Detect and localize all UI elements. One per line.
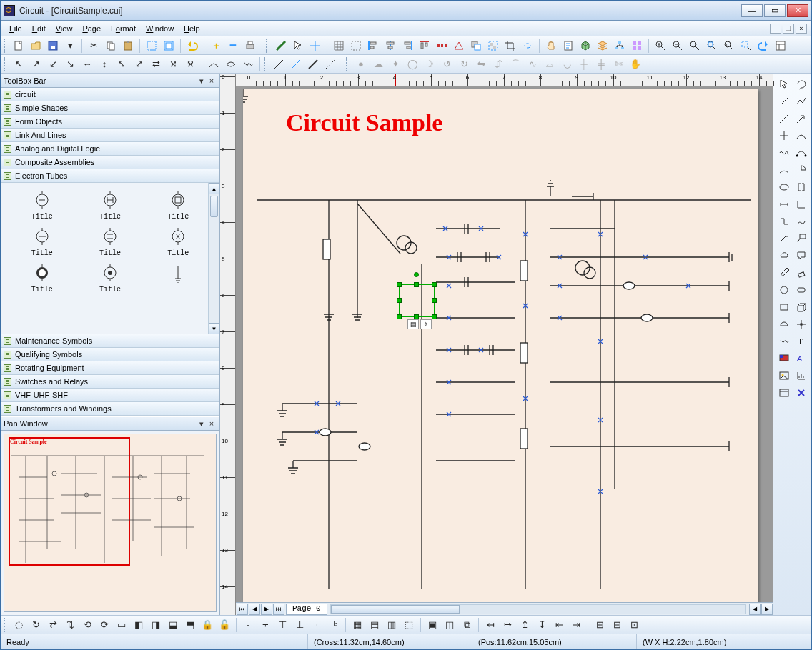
bottom-tool[interactable]: ↧	[534, 617, 550, 633]
scissors[interactable]: ✄	[610, 56, 626, 72]
align-left-button[interactable]	[365, 38, 381, 54]
mdi-minimize[interactable]: –	[770, 24, 781, 34]
layers-button[interactable]	[468, 38, 484, 54]
toolbar-grip[interactable]	[4, 618, 8, 632]
tool-font[interactable]: A	[793, 351, 809, 366]
arc1[interactable]: ⌒	[508, 56, 523, 72]
bottom-tool[interactable]: ▥	[384, 617, 400, 633]
bottom-tool[interactable]: ⇄	[45, 617, 61, 633]
menu-format[interactable]: Format	[107, 23, 140, 34]
tool-eraser[interactable]	[793, 265, 809, 281]
selectall-button[interactable]	[144, 38, 159, 54]
paste-button[interactable]	[120, 38, 136, 54]
tool-bracket[interactable]	[793, 179, 809, 195]
sel-handle-sw[interactable]	[397, 314, 402, 319]
tool-pie[interactable]	[793, 162, 809, 178]
rotate-cw[interactable]: ↻	[456, 56, 472, 72]
tool-arrow[interactable]	[793, 111, 809, 126]
bottom-tool[interactable]: ⧉	[459, 617, 475, 633]
toolbox-shape[interactable]: Title	[11, 226, 73, 257]
toolbox-close[interactable]: ×	[207, 76, 217, 85]
arc3[interactable]: ⌓	[542, 56, 558, 72]
menu-window[interactable]: Window	[142, 23, 178, 34]
connector-inout[interactable]: ⇄	[148, 56, 164, 72]
tool-polyline[interactable]	[793, 94, 809, 109]
shape-circle[interactable]: ●	[353, 56, 369, 72]
arrow-diag1[interactable]: ⤡	[114, 56, 129, 72]
arrow-nw[interactable]: ↖	[11, 56, 26, 72]
save-button[interactable]	[45, 38, 61, 54]
tool-wave2[interactable]	[776, 334, 792, 349]
save-dropdown[interactable]: ▾	[62, 38, 78, 54]
scroll-down[interactable]: ▼	[209, 323, 219, 334]
close-button[interactable]: ✕	[787, 4, 808, 17]
tool-window[interactable]	[776, 385, 792, 401]
ruler-button[interactable]	[273, 38, 289, 54]
bottom-tool[interactable]: ⊥	[292, 617, 307, 633]
bottom-tool[interactable]: ▦	[350, 617, 365, 633]
cut-button[interactable]: ✂	[86, 38, 102, 54]
tree-button[interactable]	[612, 38, 628, 54]
print-button[interactable]	[242, 38, 258, 54]
tool-bezier[interactable]	[793, 145, 809, 161]
minimize-button[interactable]: —	[741, 4, 763, 17]
tool-chart[interactable]	[793, 368, 809, 384]
arrow-diag2[interactable]: ⤢	[131, 56, 147, 72]
toolbar-grip[interactable]	[346, 57, 350, 71]
toolbar-grip[interactable]	[264, 57, 268, 71]
sel-handle-w[interactable]	[397, 298, 402, 303]
flip-v[interactable]: ⇵	[490, 56, 506, 72]
toolbox-shape[interactable]: Title	[147, 190, 209, 221]
toolbox-category[interactable]: circuit	[1, 88, 219, 101]
zoomin-button[interactable]	[653, 38, 668, 54]
bottom-tool[interactable]: ↦	[500, 617, 515, 633]
toolbox-shape[interactable]: Title	[79, 190, 141, 221]
bottom-tool[interactable]: ⊡	[626, 617, 642, 633]
line4[interactable]	[322, 56, 338, 72]
tool-connector-free[interactable]	[793, 214, 809, 229]
shape-star[interactable]: ✦	[387, 56, 403, 72]
toolbox-menu[interactable]: ▾	[197, 76, 207, 86]
tool-roundrect[interactable]	[793, 282, 809, 298]
bottom-tool[interactable]: ◌	[11, 617, 26, 633]
page-tab[interactable]: Page 0	[286, 604, 327, 615]
toolbox-category[interactable]: VHF-UHF-SHF	[1, 389, 219, 402]
connector-diag[interactable]: ⤨	[165, 56, 181, 72]
connector-cross[interactable]: ⤧	[182, 56, 198, 72]
bottom-tool[interactable]: ⫞	[240, 617, 256, 633]
menu-view[interactable]: View	[51, 23, 77, 34]
bottom-tool[interactable]: ⟳	[96, 617, 112, 633]
bottom-tool[interactable]: ↻	[28, 617, 44, 633]
bottom-tool[interactable]: ⫟	[257, 617, 273, 633]
arc4[interactable]: ◡	[559, 56, 575, 72]
join1[interactable]: ╫	[576, 56, 592, 72]
tool-spline[interactable]	[776, 145, 792, 161]
sel-handle-ne[interactable]	[432, 282, 437, 287]
arrow-sw[interactable]: ↙	[45, 56, 61, 72]
tool-callout-line[interactable]	[776, 231, 792, 246]
bottom-tool[interactable]: ⇅	[62, 617, 78, 633]
bottom-tool[interactable]: ⬓	[165, 617, 181, 633]
arrow-se[interactable]: ↘	[62, 56, 78, 72]
tool-semicircle[interactable]	[776, 316, 792, 332]
toolbar-grip[interactable]	[4, 57, 8, 71]
toolbox-category[interactable]: Analog and Digital Logic	[1, 142, 219, 156]
toolbox-category[interactable]: Maintenance Symbols	[1, 334, 219, 348]
toolbox-scrollbar[interactable]: ▲ ▼	[208, 183, 219, 334]
align-center-button[interactable]	[382, 38, 398, 54]
toolbox-shape[interactable]: Title	[11, 263, 73, 294]
tool-connector-h[interactable]	[776, 196, 792, 212]
tool-arc[interactable]	[776, 162, 792, 178]
toolbox-category[interactable]: Simple Shapes	[1, 101, 219, 115]
hand2[interactable]: ✋	[628, 56, 643, 72]
bottom-tool[interactable]: ⟲	[79, 617, 95, 633]
zoom-button[interactable]	[687, 38, 703, 54]
copy-button[interactable]	[103, 38, 119, 54]
tool-curve[interactable]	[793, 128, 809, 144]
smarttag-props[interactable]: ▤	[407, 319, 419, 329]
sel-handle-n[interactable]	[414, 282, 419, 287]
toolbar-grip[interactable]	[4, 39, 8, 53]
toolbox-category[interactable]: Qualifying Symbols	[1, 348, 219, 361]
mdi-close[interactable]: ×	[796, 24, 807, 34]
menu-help[interactable]: Help	[179, 23, 204, 34]
